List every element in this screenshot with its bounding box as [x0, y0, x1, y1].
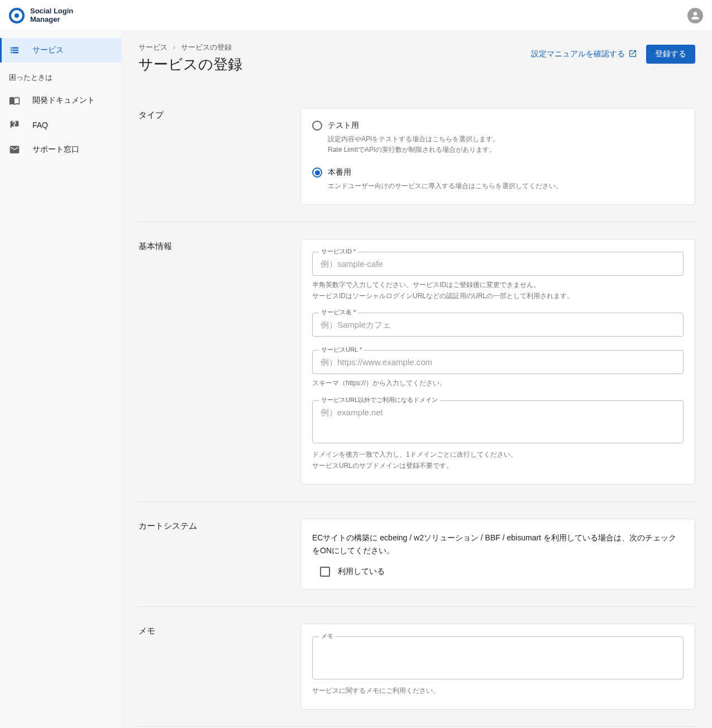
app-logo[interactable]: Social Login Manager	[9, 7, 73, 23]
section-heading-basic: 基本情報	[138, 239, 300, 485]
radio-icon	[312, 121, 322, 131]
checkbox-icon	[320, 567, 330, 577]
field-hint: サービスに関するメモにご利用ください。	[312, 685, 684, 696]
field-hint: サービスURLのサブドメインは登録不要です。	[312, 460, 684, 471]
app-name-line2: Manager	[30, 16, 73, 23]
field-label-service-url: サービスURL *	[319, 346, 364, 354]
sidebar-item-label: 開発ドキュメント	[32, 95, 95, 106]
radio-label: テスト用	[328, 121, 359, 131]
field-hint: ドメインを後方一致で入力し、1ドメインごとに改行してください。	[312, 449, 684, 460]
section-heading-cart: カートシステム	[138, 519, 300, 590]
field-label-service-id: サービスID *	[319, 247, 358, 256]
page-title: サービスの登録	[138, 55, 242, 74]
field-hint: 半角英数字で入力してください。サービスIDはご登録後に変更できません。	[312, 279, 684, 290]
radio-type-test[interactable]: テスト用	[312, 121, 684, 131]
field-hint: サービスIDはソーシャルログインURLなどの認証用のURLの一部として利用されま…	[312, 290, 684, 301]
radio-label: 本番用	[328, 167, 351, 178]
service-id-field[interactable]	[312, 252, 684, 276]
radio-type-production[interactable]: 本番用	[312, 167, 684, 178]
sidebar-item-docs[interactable]: 開発ドキュメント	[0, 88, 121, 113]
manual-link-label: 設定マニュアルを確認する	[531, 49, 625, 59]
manual-link[interactable]: 設定マニュアルを確認する	[531, 49, 637, 60]
book-icon	[9, 95, 20, 106]
logo-icon	[9, 8, 25, 23]
service-url-field[interactable]	[312, 350, 684, 374]
field-label-service-name: サービス名 *	[319, 308, 358, 317]
chevron-right-icon: ›	[173, 43, 175, 51]
sidebar-item-faq[interactable]: FAQ	[0, 113, 121, 137]
sidebar-item-label: サービス	[32, 45, 64, 55]
section-heading-memo: メモ	[138, 624, 300, 709]
list-icon	[9, 45, 20, 56]
register-button-top[interactable]: 登録する	[646, 45, 695, 64]
memo-field[interactable]	[312, 636, 684, 679]
radio-help: エンドユーザー向けのサービスに導入する場合はこちらを選択してください。	[328, 181, 684, 191]
mail-icon	[9, 144, 20, 155]
sidebar-item-services[interactable]: サービス	[0, 38, 121, 63]
breadcrumb-current: サービスの登録	[181, 43, 232, 51]
external-link-icon	[628, 49, 637, 60]
help-heading: 困ったときは	[0, 63, 121, 88]
help-icon	[9, 119, 20, 131]
sidebar-item-label: FAQ	[32, 121, 48, 130]
extra-domain-field[interactable]	[312, 400, 684, 443]
section-heading-type: タイプ	[138, 108, 300, 205]
breadcrumb-parent[interactable]: サービス	[138, 43, 168, 51]
field-hint: スキーマ（https://）から入力してください。	[312, 377, 684, 389]
sidebar-item-label: サポート窓口	[32, 145, 79, 155]
cart-description: ECサイトの構築に ecbeing / w2ソリューション / BBF / eb…	[312, 531, 684, 558]
service-name-field[interactable]	[312, 313, 684, 337]
breadcrumb: サービス › サービスの登録	[138, 42, 242, 52]
cart-checkbox[interactable]: 利用している	[320, 567, 684, 577]
field-label-memo: メモ	[319, 632, 336, 640]
radio-icon	[312, 167, 322, 178]
radio-help: Rate LimitでAPIの実行数が制限される場合があります。	[328, 145, 684, 155]
checkbox-label: 利用している	[338, 567, 385, 577]
radio-help: 設定内容やAPIをテストする場合はこちらを選択します。	[328, 134, 684, 145]
field-label-extra-domain: サービスURL以外でご利用になるドメイン	[319, 396, 440, 404]
sidebar-item-support[interactable]: サポート窓口	[0, 137, 121, 162]
user-menu[interactable]	[687, 8, 703, 23]
app-name-line1: Social Login	[30, 7, 73, 15]
avatar-icon	[687, 8, 703, 23]
